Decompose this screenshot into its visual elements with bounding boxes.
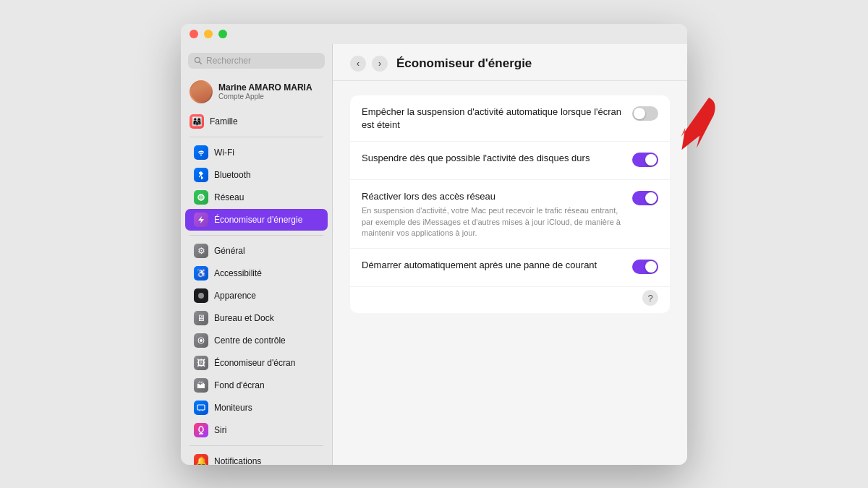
sidebar-item-economiseur-ecran[interactable]: 🖼 Économiseur d'écran xyxy=(185,352,328,374)
forward-button[interactable]: › xyxy=(372,56,388,72)
setting-label-panne: Démarrer automatiquement après une panne… xyxy=(362,260,597,270)
famille-icon: 👨‍👩‍👧 xyxy=(190,114,204,129)
help-row: ? xyxy=(350,287,670,313)
user-name: Marine AMARO MARIA xyxy=(218,82,312,93)
svg-rect-8 xyxy=(197,405,205,410)
toggle-panne[interactable] xyxy=(632,260,658,274)
famille-label: Famille xyxy=(210,116,238,127)
sidebar-label-economiseur: Économiseur d'écran xyxy=(214,358,295,368)
sidebar-item-general[interactable]: ⚙ Général xyxy=(185,240,328,262)
close-button[interactable] xyxy=(190,30,198,38)
svg-point-5 xyxy=(198,293,204,299)
divider-3 xyxy=(190,445,323,446)
toggle-knob-panne xyxy=(645,261,657,273)
sidebar: Rechercher Marine AMARO MARIA Compte App… xyxy=(181,44,333,465)
page-title: Économiseur d'énergie xyxy=(396,56,532,71)
sidebar-item-wifi[interactable]: Wi-Fi xyxy=(185,142,328,163)
sidebar-item-fond[interactable]: 🏔 Fond d'écran xyxy=(185,374,328,396)
setting-row-suspension: Empêcher la suspension d'activité automa… xyxy=(350,95,670,142)
sidebar-item-famille[interactable]: 👨‍👩‍👧 Famille xyxy=(181,111,332,132)
setting-row-panne: Démarrer automatiquement après une panne… xyxy=(350,249,670,287)
setting-description-reseau: En suspension d'activité, votre Mac peut… xyxy=(362,205,624,239)
user-profile[interactable]: Marine AMARO MARIA Compte Apple xyxy=(181,76,332,108)
sidebar-item-energie[interactable]: Économiseur d'énergie xyxy=(185,209,328,231)
sidebar-label-notifications: Notifications xyxy=(214,456,261,465)
maximize-button[interactable] xyxy=(218,30,227,38)
sidebar-label-reseau: Réseau xyxy=(214,192,244,202)
setting-row-disques: Suspendre dès que possible l'activité de… xyxy=(350,142,670,180)
sidebar-item-reseau[interactable]: Réseau xyxy=(185,187,328,208)
sidebar-item-bureau[interactable]: 🖥 Bureau et Dock xyxy=(185,307,328,329)
divider-1 xyxy=(190,137,323,137)
avatar xyxy=(190,80,213,103)
sidebar-label-siri: Siri xyxy=(214,425,226,435)
svg-point-6 xyxy=(200,339,203,342)
settings-panel: Empêcher la suspension d'activité automa… xyxy=(333,81,687,465)
main-content: ‹ › Économiseur d'énergie Empêcher la su… xyxy=(333,44,687,465)
sidebar-item-notifications[interactable]: 🔔 Notifications xyxy=(185,450,328,465)
sidebar-item-centre[interactable]: Centre de contrôle xyxy=(185,330,328,351)
accessibilite-icon: ♿ xyxy=(194,266,208,281)
sidebar-label-apparence: Apparence xyxy=(214,291,256,301)
wifi-icon xyxy=(194,145,208,160)
apparence-icon xyxy=(194,288,208,303)
sidebar-label-general: Général xyxy=(214,246,245,256)
sidebar-label-fond: Fond d'écran xyxy=(214,380,265,390)
moniteurs-icon xyxy=(194,401,208,415)
setting-label-disques: Suspendre dès que possible l'activité de… xyxy=(362,153,590,163)
sidebar-label-centre: Centre de contrôle xyxy=(214,335,286,346)
economiseur-ecran-icon: 🖼 xyxy=(194,356,208,370)
sidebar-label-energie: Économiseur d'énergie xyxy=(214,215,302,225)
sidebar-item-siri[interactable]: Siri xyxy=(185,419,328,441)
toggle-reseau[interactable] xyxy=(632,191,658,205)
sidebar-label-accessibilite: Accessibilité xyxy=(214,268,262,278)
minimize-button[interactable] xyxy=(204,30,213,38)
svg-point-11 xyxy=(199,427,203,432)
siri-icon xyxy=(194,423,208,437)
svg-line-1 xyxy=(200,61,202,64)
sidebar-label-wifi: Wi-Fi xyxy=(214,147,234,158)
notifications-icon: 🔔 xyxy=(194,454,208,465)
sidebar-item-moniteurs[interactable]: Moniteurs xyxy=(185,397,328,419)
reseau-icon xyxy=(194,190,208,205)
fond-icon: 🏔 xyxy=(194,378,208,393)
toggle-container-panne[interactable] xyxy=(632,260,658,277)
setting-text-disques: Suspendre dès que possible l'activité de… xyxy=(362,151,624,165)
setting-label-suspension: Empêcher la suspension d'activité automa… xyxy=(362,106,621,131)
energie-icon xyxy=(194,213,208,227)
window-content: Rechercher Marine AMARO MARIA Compte App… xyxy=(181,44,687,465)
divider-2 xyxy=(190,235,323,236)
general-icon: ⚙ xyxy=(194,244,208,258)
system-preferences-window: Rechercher Marine AMARO MARIA Compte App… xyxy=(181,24,687,465)
sidebar-label-bureau: Bureau et Dock xyxy=(214,313,274,323)
titlebar xyxy=(181,24,687,44)
search-icon xyxy=(194,56,203,65)
setting-text-panne: Démarrer automatiquement après une panne… xyxy=(362,258,624,272)
sidebar-item-bluetooth[interactable]: Bluetooth xyxy=(185,164,328,186)
main-header: ‹ › Économiseur d'énergie xyxy=(333,44,687,81)
sidebar-label-bluetooth: Bluetooth xyxy=(214,170,251,180)
toggle-container-reseau[interactable] xyxy=(632,191,658,208)
help-button[interactable]: ? xyxy=(642,290,658,306)
setting-text-suspension: Empêcher la suspension d'activité automa… xyxy=(362,105,624,132)
back-button[interactable]: ‹ xyxy=(350,56,366,72)
sidebar-label-moniteurs: Moniteurs xyxy=(214,403,252,413)
sidebar-item-accessibilite[interactable]: ♿ Accessibilité xyxy=(185,262,328,284)
setting-text-reseau: Réactiver lors des accès réseau En suspe… xyxy=(362,189,624,239)
toggle-knob-reseau xyxy=(645,192,657,204)
settings-card: Empêcher la suspension d'activité automa… xyxy=(350,95,670,314)
setting-label-reseau: Réactiver lors des accès réseau xyxy=(362,191,495,202)
sidebar-item-apparence[interactable]: Apparence xyxy=(185,285,328,307)
setting-row-reseau: Réactiver lors des accès réseau En suspe… xyxy=(350,180,670,249)
search-box[interactable]: Rechercher xyxy=(188,53,325,69)
search-placeholder: Rechercher xyxy=(206,56,319,66)
bluetooth-icon xyxy=(194,168,208,182)
user-subtitle: Compte Apple xyxy=(218,93,312,100)
centre-icon xyxy=(194,333,208,348)
user-info: Marine AMARO MARIA Compte Apple xyxy=(218,82,312,100)
bureau-icon: 🖥 xyxy=(194,311,208,325)
